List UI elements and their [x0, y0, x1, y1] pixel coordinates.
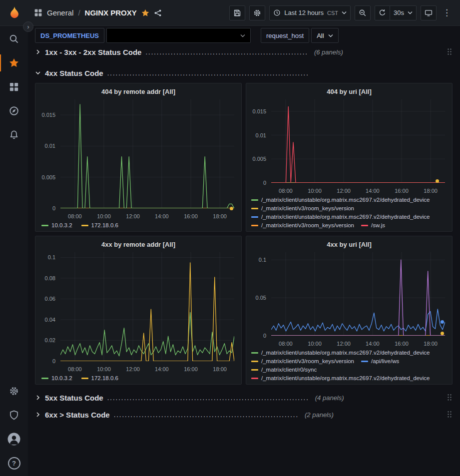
legend: /_matrix/client/unstable/org.matrix.msc2… [250, 194, 448, 228]
sidebar-item-server-admin[interactable] [0, 403, 28, 427]
sidebar-item-search[interactable] [0, 27, 28, 51]
sidebar-item-alerting[interactable] [0, 123, 28, 147]
breadcrumb: General / NGINX PROXY [34, 8, 162, 17]
y-tick-label: 0.1 [259, 257, 266, 263]
star-filled-icon[interactable] [141, 9, 149, 17]
row-header-1xx-3xx-2xx[interactable]: 1xx - 3xx - 2xx Status Code ............… [35, 45, 453, 59]
x-tick-label: 14:00 [364, 188, 382, 194]
refresh-interval-select[interactable]: 30s [390, 5, 417, 20]
time-range-label: Last 12 hours [284, 9, 324, 16]
request-host-value-select[interactable]: All [311, 28, 338, 43]
sidebar-expand-toggle[interactable]: › [23, 21, 33, 32]
compass-icon [9, 106, 19, 116]
sidebar-item-starred[interactable] [0, 51, 28, 75]
x-tick-label: 14:00 [364, 341, 382, 347]
legend: 10.0.3.2172.18.0.6 [39, 372, 237, 381]
series-color-dash [41, 225, 48, 226]
timezone-label: CST [327, 10, 338, 16]
grafana-logo-icon[interactable] [7, 6, 22, 20]
user-avatar [7, 433, 20, 446]
row-header-6xx[interactable]: 6xx > Status Code ......................… [35, 408, 453, 422]
legend-label: /_matrix/client/unstable/org.matrix.msc2… [261, 197, 430, 203]
request-host-variable-label[interactable]: request_host [261, 28, 309, 43]
x-tick-label: 12:00 [335, 188, 353, 194]
zoom-out-button[interactable] [355, 5, 371, 20]
row-drag-handle[interactable] [447, 394, 453, 402]
datasource-value-select[interactable] [106, 28, 251, 43]
series-color-dash [251, 199, 258, 201]
dashboard-settings-button[interactable] [249, 5, 265, 20]
legend-item[interactable]: /_matrix/client/v3/room_keys/version [251, 222, 354, 228]
y-tick-label: 0.005 [252, 156, 266, 162]
series-color-dash [361, 361, 368, 362]
legend-label: /_matrix/client/v3/room_keys/version [261, 222, 354, 228]
breadcrumb-folder[interactable]: General [47, 8, 73, 17]
gear-icon [9, 386, 19, 396]
time-series-chart[interactable]: 00.0050.010.015 08:0010:0012:0014:0016:0… [39, 98, 237, 219]
sidebar-item-explore[interactable] [0, 99, 28, 123]
panel-title[interactable]: 404 by remote addr [All] [39, 85, 237, 98]
legend-item[interactable]: /sw.js [361, 222, 385, 228]
refresh-button[interactable] [375, 5, 390, 20]
y-tick-label: 0 [263, 333, 266, 339]
datasource-variable-label[interactable]: DS_PROMETHEUS [35, 28, 104, 43]
panel-title[interactable]: 4xx by uri [All] [250, 238, 448, 251]
sidebar-item-configuration[interactable] [0, 379, 28, 403]
legend-label: /_matrix/client/v3/room_keys/version [261, 358, 354, 364]
legend-label: /sw.js [371, 222, 385, 228]
legend-item[interactable]: /_matrix/client/r0/sync [251, 367, 317, 373]
x-tick-label: 14:00 [153, 213, 171, 219]
row-header-4xx[interactable]: 4xx Status Code ........................… [35, 66, 453, 80]
row-panel-count: (6 panels) [314, 48, 343, 56]
sidebar-item-help[interactable]: ? [0, 451, 28, 475]
y-axis: 00.050.1 [250, 252, 269, 336]
legend-item[interactable]: /_matrix/client/unstable/org.matrix.msc2… [251, 375, 430, 381]
save-dashboard-button[interactable] [229, 5, 245, 20]
apps-grid-icon [34, 8, 42, 17]
x-tick-label: 18:00 [211, 366, 229, 372]
legend-label: /_matrix/client/v3/room_keys/version [261, 205, 354, 211]
legend-item[interactable]: 10.0.3.2 [41, 222, 72, 228]
zoom-out-icon [359, 9, 367, 17]
time-range-picker[interactable]: Last 12 hours CST [269, 5, 351, 20]
panel-title[interactable]: 404 by uri [All] [250, 85, 448, 98]
legend-item[interactable]: /_matrix/client/unstable/org.matrix.msc2… [251, 197, 430, 203]
y-tick-label: 0 [52, 205, 55, 211]
kebab-menu-icon[interactable]: ⋮ [441, 7, 453, 18]
row-drag-handle[interactable] [447, 48, 453, 56]
legend-item[interactable]: 10.0.3.2 [41, 375, 72, 381]
dashboard-title[interactable]: NGINX PROXY [85, 8, 137, 17]
time-series-chart[interactable]: 00.0050.010.015 08:0010:0012:0014:0016:0… [250, 98, 448, 194]
panel-title[interactable]: 4xx by remote addr [All] [39, 238, 237, 251]
legend-item[interactable]: /_matrix/client/unstable/org.matrix.msc2… [251, 350, 430, 356]
navbar-actions: Last 12 hours CST 30s [229, 5, 453, 20]
share-icon[interactable] [154, 9, 162, 17]
panels-grid: 404 by remote addr [All] 00.0050.010.015… [35, 83, 453, 385]
legend-item[interactable]: /_matrix/client/unstable/org.matrix.msc2… [251, 214, 430, 220]
y-tick-label: 0.04 [45, 317, 55, 323]
x-tick-label: 10:00 [306, 341, 324, 347]
legend-label: 172.18.0.6 [91, 375, 118, 381]
row-panel-count: (2 panels) [305, 411, 334, 419]
row-title: 5xx Status Code [45, 394, 103, 402]
x-tick-label: 18:00 [422, 341, 440, 347]
help-glyph: ? [12, 460, 16, 467]
legend-item[interactable]: 172.18.0.6 [81, 222, 118, 228]
cycle-view-mode-button[interactable] [421, 5, 437, 20]
y-tick-label: 0.06 [45, 296, 55, 302]
row-header-5xx[interactable]: 5xx Status Code ........................… [35, 391, 453, 405]
sidebar-item-profile[interactable] [0, 427, 28, 451]
legend-item[interactable]: 172.18.0.6 [81, 375, 118, 381]
legend-item[interactable]: /_matrix/client/v3/room_keys/version [251, 358, 354, 364]
y-tick-label: 0.08 [45, 275, 55, 281]
time-series-chart[interactable]: 00.020.040.060.080.1 08:0010:0012:0014:0… [39, 251, 237, 372]
row-drag-handle[interactable] [447, 411, 453, 419]
time-series-chart[interactable]: 00.050.1 08:0010:0012:0014:0016:0018:00 [250, 251, 448, 347]
chevron-right-icon [35, 395, 41, 401]
legend-item[interactable]: /_matrix/client/v3/room_keys/version [251, 205, 354, 211]
sidebar-item-dashboards[interactable] [0, 75, 28, 99]
y-tick-label: 0.05 [256, 295, 266, 301]
row-dots: ........................................… [145, 48, 308, 56]
legend-item[interactable]: /api/live/ws [361, 358, 399, 364]
x-tick-label: 10:00 [95, 366, 113, 372]
